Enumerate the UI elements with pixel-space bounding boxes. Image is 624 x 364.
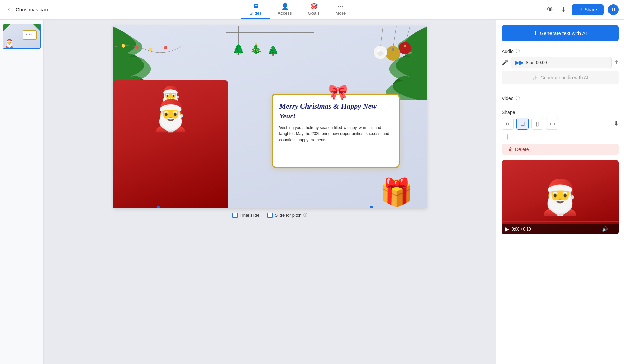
avatar[interactable]: U [608, 4, 619, 15]
svg-point-13 [374, 46, 387, 59]
pine-right-decoration [353, 26, 427, 104]
svg-rect-6 [404, 45, 406, 47]
preview-button[interactable]: 👁 [546, 4, 555, 15]
svg-rect-9 [392, 48, 394, 51]
greeting-body: Wishing you a holiday season filled with… [279, 125, 392, 143]
video-section-label: Video ⓘ [502, 95, 619, 104]
shape-circle-button[interactable]: ○ [502, 118, 514, 130]
tab-goals[interactable]: 🎯 Goals [300, 1, 328, 19]
slides-panel: ⋯ 🎅 Merry Christmas 1 [0, 20, 44, 364]
slide-number: 1 [3, 50, 41, 54]
generate-audio-sparkle-icon: ✨ [532, 75, 538, 80]
slide-for-pitch-checkbox[interactable] [267, 213, 273, 218]
slide-for-pitch-info-icon[interactable]: ⓘ [303, 212, 307, 218]
divider-1 [496, 91, 624, 91]
audio-start-button[interactable]: ▶▶ Start 00:00 [511, 57, 612, 68]
nav-center: 🖥 Slides 👤 Access 🎯 Goals ⋯ More [241, 1, 354, 19]
video-preview: 🎅 ▶ 0:00 / 0:10 🔊 ⛶ [502, 160, 619, 234]
video-info-icon[interactable]: ⓘ [516, 95, 520, 101]
video-volume-button[interactable]: 🔊 [602, 226, 608, 232]
slide-for-pitch-checkbox-item[interactable]: Slide for pitch ⓘ [267, 212, 307, 218]
gift-ribbon: 🎀 [328, 83, 348, 101]
right-panel: T Generate text with AI Audio ⓘ 🎤 ▶▶ Sta… [496, 20, 624, 364]
access-icon: 👤 [281, 3, 289, 10]
video-play-button[interactable]: ▶ [505, 226, 509, 232]
delete-button[interactable]: 🗑 Delete [502, 144, 619, 155]
svg-point-2 [149, 48, 152, 51]
svg-point-12 [374, 46, 387, 59]
svg-point-0 [122, 44, 125, 48]
shape-section-label: Shape [502, 110, 619, 115]
svg-point-5 [399, 42, 411, 54]
thumb-pine-right [33, 24, 40, 31]
selection-handle-bottom-left[interactable] [157, 206, 160, 208]
video-inner-content: 🎅 [502, 160, 619, 234]
shape-checkbox-row [496, 132, 624, 141]
final-slide-checkbox[interactable] [232, 213, 238, 218]
shape-checkbox[interactable] [502, 134, 508, 140]
more-icon: ⋯ [337, 3, 344, 10]
generate-text-ai-button[interactable]: T Generate text with AI [502, 25, 619, 41]
generate-audio-ai-label: Generate audio with AI [540, 75, 588, 80]
tab-access[interactable]: 👤 Access [270, 1, 300, 19]
audio-upload-icon[interactable]: ⬆ [614, 59, 619, 66]
santa-placeholder: 🎅 🎅 [113, 80, 228, 208]
final-slide-checkbox-item[interactable]: Final slide [232, 213, 260, 218]
nav-right: 👁 ⬇ ↗ Share U [546, 4, 619, 15]
canvas-area: 🌲 🎄 🌲 🎅 🎅 [44, 20, 496, 364]
hanging-string [226, 32, 314, 33]
svg-point-3 [164, 46, 167, 49]
back-button[interactable]: ‹ [5, 5, 13, 14]
share-button[interactable]: ↗ Share [572, 4, 604, 15]
document-title: Christmas card [16, 7, 50, 12]
svg-line-11 [380, 26, 383, 48]
shape-label: Shape [502, 110, 515, 115]
video-time: 0:00 / 0:10 [512, 227, 599, 232]
tab-more-label: More [336, 11, 346, 16]
thumb-pine-left [3, 24, 10, 31]
svg-point-8 [386, 46, 400, 61]
gift-bag: 🎁 [380, 177, 413, 208]
tab-access-label: Access [278, 11, 292, 16]
slide-thumb-inner: 🎅 Merry Christmas [3, 24, 40, 48]
shape-portrait-button[interactable]: ▯ [531, 118, 543, 130]
shape-landscape-button[interactable]: ▭ [546, 118, 558, 130]
selection-handle-bottom-right[interactable] [370, 206, 373, 208]
download-shape-icon[interactable]: ⬇ [614, 120, 619, 127]
top-nav: ‹ Christmas card 🖥 Slides 👤 Access 🎯 Goa… [0, 0, 624, 20]
slide-thumbnail-1[interactable]: ⋯ 🎅 Merry Christmas [3, 24, 41, 49]
audio-label: Audio [502, 49, 514, 54]
audio-info-icon[interactable]: ⓘ [516, 48, 520, 54]
avatar-initials: U [612, 7, 615, 12]
audio-play-icon: ▶▶ [515, 59, 524, 66]
tab-slides[interactable]: 🖥 Slides [241, 1, 269, 19]
shape-options-row: ○ □ ▯ ▭ ⬇ [502, 118, 619, 130]
tab-slides-label: Slides [249, 11, 261, 16]
svg-line-7 [393, 26, 396, 48]
main-layout: ⋯ 🎅 Merry Christmas 1 [0, 20, 624, 364]
greeting-title: Merry Christmas & Happy New Year! [279, 101, 392, 121]
shape-square-button[interactable]: □ [516, 118, 529, 130]
video-progress-bar[interactable] [502, 221, 619, 222]
thumb-card: Merry Christmas [23, 30, 37, 40]
generate-audio-ai-button[interactable]: ✨ Generate audio with AI [502, 71, 619, 84]
video-fullscreen-button[interactable]: ⛶ [611, 226, 615, 232]
svg-point-10 [386, 46, 400, 61]
slide-canvas[interactable]: 🌲 🎄 🌲 🎅 🎅 [113, 26, 427, 208]
video-controls: ▶ 0:00 / 0:10 🔊 ⛶ [502, 224, 619, 234]
slides-icon: 🖥 [252, 3, 259, 10]
audio-start-time: Start 00:00 [526, 60, 547, 65]
gift-card: Merry Christmas & Happy New Year! Wishin… [272, 94, 400, 168]
generate-text-ai-label: Generate text with AI [540, 30, 587, 36]
tab-more[interactable]: ⋯ More [328, 1, 354, 19]
hanging-ornaments: 🌲 🎄 🌲 [232, 26, 279, 56]
download-button[interactable]: ⬇ [559, 4, 568, 15]
video-section: Video ⓘ [496, 93, 624, 107]
video-santa-placeholder: 🎅 [502, 160, 619, 234]
share-icon: ↗ [578, 7, 583, 12]
delete-label: Delete [515, 147, 529, 152]
goals-icon: 🎯 [310, 3, 318, 10]
microphone-icon: 🎤 [502, 59, 508, 66]
share-label: Share [585, 7, 597, 12]
canvas-bottom-controls: Final slide Slide for pitch ⓘ [232, 212, 307, 218]
